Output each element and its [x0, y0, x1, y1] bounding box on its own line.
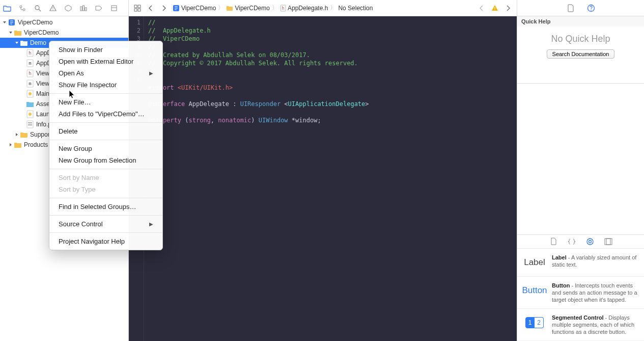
svg-rect-9 [111, 6, 117, 11]
disclosure-triangle-icon[interactable] [20, 61, 25, 66]
svg-rect-40 [605, 239, 612, 245]
folder-icon [14, 141, 22, 149]
menu-item-label: Open with External Editor [59, 58, 133, 65]
menu-item[interactable]: Add Files to "ViperCDemo"… [49, 108, 162, 120]
tree-row[interactable]: ViperCDemo [0, 28, 128, 38]
svg-rect-30 [138, 9, 141, 11]
forward-icon[interactable] [158, 3, 170, 14]
quick-help-icon[interactable] [586, 3, 596, 13]
svg-text:h: h [282, 6, 285, 11]
file-inspector-icon[interactable] [566, 3, 576, 13]
menu-item[interactable]: Open As▶ [49, 67, 162, 79]
back-icon[interactable] [145, 3, 156, 14]
source-control-icon[interactable] [17, 3, 27, 13]
context-menu[interactable]: Show in FinderOpen with External EditorO… [49, 41, 163, 250]
menu-item-label: Find in Selected Groups… [59, 203, 136, 211]
h-icon: h [26, 69, 34, 77]
disclosure-triangle-icon[interactable] [20, 91, 25, 96]
disclosure-triangle-icon[interactable] [20, 112, 25, 117]
no-quick-help-label: No Quick Help [551, 34, 610, 44]
crumb-file[interactable]: h AppDelegate.h [279, 5, 329, 12]
object-library-icon[interactable] [585, 237, 595, 247]
menu-separator [49, 198, 162, 198]
crumb-folder[interactable]: ViperCDemo [225, 5, 270, 12]
breakpoints-icon[interactable] [94, 3, 104, 13]
library-tab-bar [517, 234, 644, 249]
folder-icon [20, 39, 28, 47]
disclosure-triangle-icon[interactable] [20, 81, 25, 86]
issues-icon[interactable] [48, 3, 58, 13]
menu-item[interactable]: New Group [49, 143, 162, 154]
svg-point-1 [23, 9, 25, 11]
breadcrumb[interactable]: ViperCDemo 〉 ViperCDemo 〉 h AppDelegate.… [172, 4, 474, 12]
search-icon[interactable] [33, 3, 43, 13]
menu-item: Sort by Name [49, 172, 162, 183]
tree-row[interactable]: ViperCDemo [0, 17, 128, 28]
disclosure-triangle-icon[interactable] [20, 101, 25, 107]
disclosure-triangle-icon[interactable] [20, 50, 25, 56]
menu-separator [49, 169, 162, 169]
svg-point-39 [589, 241, 591, 243]
menu-separator [49, 232, 162, 233]
menu-item[interactable]: Delete [49, 125, 162, 137]
library-desc: Label - A variably sized amount of stati… [552, 254, 639, 271]
issue-nav [476, 3, 514, 14]
media-library-icon[interactable] [603, 237, 613, 247]
menu-item-label: Open As [59, 69, 84, 77]
code-snippet-icon[interactable] [567, 237, 577, 247]
library-list[interactable]: LabelLabel - A variably sized amount of … [517, 249, 644, 341]
menu-item[interactable]: Show File Inspector [49, 79, 162, 91]
svg-point-23 [29, 113, 32, 116]
search-documentation-button[interactable]: Search Documentation [547, 49, 615, 59]
submenu-arrow-icon: ▶ [149, 70, 153, 76]
code-editor[interactable]: 12345678 //// AppDelegate.h// ViperCDemo… [129, 16, 517, 341]
warning-icon[interactable] [489, 3, 500, 14]
svg-text:m: m [29, 61, 31, 66]
related-items-icon[interactable] [132, 3, 143, 14]
crumb-project[interactable]: ViperCDemo [172, 5, 217, 12]
chevron-right-icon: 〉 [329, 4, 337, 12]
menu-item-label: Delete [59, 127, 78, 135]
menu-item-label: Sort by Type [59, 186, 96, 193]
menu-item[interactable]: New Group from Selection [49, 154, 162, 166]
folder-icon [20, 130, 28, 139]
next-issue-icon[interactable] [502, 3, 514, 14]
svg-point-0 [20, 6, 22, 8]
disclosure-triangle-icon[interactable] [20, 122, 25, 127]
reports-icon[interactable] [109, 3, 119, 13]
library-item[interactable]: LabelLabel - A variably sized amount of … [517, 249, 644, 277]
tests-icon[interactable] [63, 3, 73, 13]
library-item[interactable]: 12Segmented Control - Displays multiple … [517, 309, 644, 341]
folder-icon[interactable] [2, 3, 12, 13]
tree-row-label: ViperCDemo [18, 19, 52, 26]
menu-item[interactable]: Source Control▶ [49, 218, 162, 230]
debug-icon[interactable] [78, 3, 89, 13]
inspector-panel: Quick Help No Quick Help Search Document… [517, 0, 644, 341]
prev-issue-icon[interactable] [476, 3, 487, 14]
svg-rect-8 [85, 8, 87, 11]
crumb-selection[interactable]: No Selection [337, 5, 374, 12]
code-content[interactable]: //// AppDelegate.h// ViperCDemo//// Crea… [144, 16, 517, 341]
disclosure-triangle-icon[interactable] [8, 142, 13, 147]
disclosure-triangle-icon[interactable] [14, 40, 19, 45]
inspector-tab-bar [517, 0, 644, 16]
library-desc: Button - Intercepts touch events and sen… [552, 282, 639, 303]
disclosure-triangle-icon[interactable] [2, 20, 7, 25]
disclosure-triangle-icon[interactable] [8, 30, 13, 35]
library-item[interactable]: ButtonButton - Intercepts touch events a… [517, 277, 644, 309]
svg-rect-29 [134, 9, 137, 11]
svg-rect-41 [606, 239, 610, 245]
svg-rect-28 [138, 5, 141, 8]
tree-row-label: Demo [30, 39, 46, 46]
menu-item[interactable]: Open with External Editor [49, 56, 162, 67]
menu-item[interactable]: Project Navigator Help [49, 235, 162, 247]
folder-icon [14, 29, 22, 37]
chevron-right-icon: 〉 [271, 4, 279, 12]
menu-separator [49, 122, 162, 123]
menu-item[interactable]: Show in Finder [49, 44, 162, 56]
menu-item[interactable]: Find in Selected Groups… [49, 201, 162, 213]
disclosure-triangle-icon[interactable] [20, 71, 25, 76]
menu-item[interactable]: New File… [49, 96, 162, 108]
file-template-icon[interactable] [548, 237, 558, 247]
disclosure-triangle-icon[interactable] [14, 132, 19, 137]
